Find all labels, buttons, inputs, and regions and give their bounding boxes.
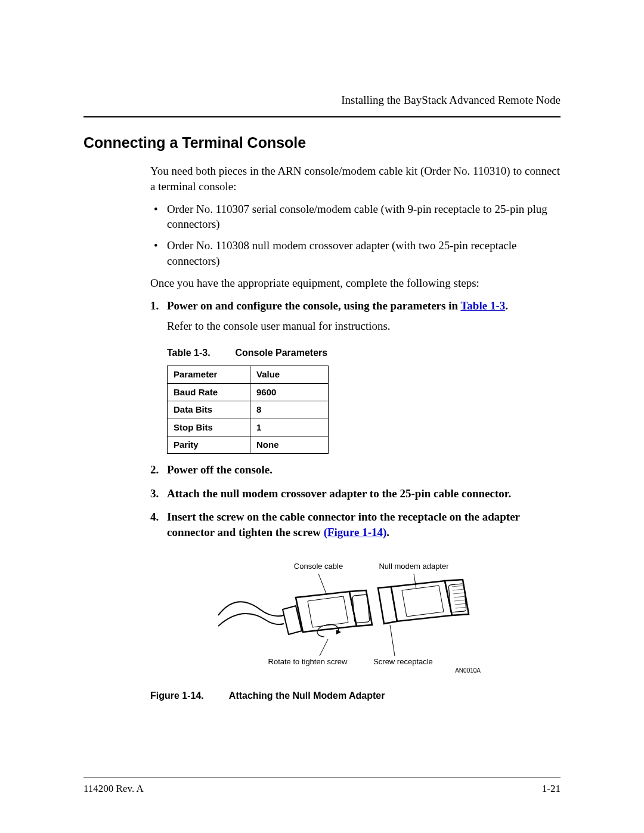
table-cell: Data Bits bbox=[168, 401, 250, 419]
label-rotate: Rotate to tighten screw bbox=[268, 657, 348, 666]
footer-docid: 114200 Rev. A bbox=[83, 782, 144, 796]
figure-number: Figure 1-14. bbox=[150, 689, 227, 702]
page-footer: 114200 Rev. A 1-21 bbox=[83, 782, 561, 796]
step-1: Power on and configure the console, usin… bbox=[150, 298, 561, 454]
intro-paragraph: You need both pieces in the ARN console/… bbox=[150, 163, 561, 194]
figure-title: Attaching the Null Modem Adapter bbox=[229, 690, 385, 701]
table-title: Console Parameters bbox=[235, 348, 327, 358]
figure-illustration: Console cable Null modem adapter Rotate … bbox=[150, 556, 561, 679]
null-modem-diagram: Console cable Null modem adapter Rotate … bbox=[218, 556, 493, 675]
table-row: Stop Bits 1 bbox=[168, 419, 329, 436]
footer-rule bbox=[83, 778, 561, 778]
table-header: Value bbox=[250, 366, 329, 383]
body-content: You need both pieces in the ARN console/… bbox=[150, 163, 561, 702]
svg-line-13 bbox=[390, 625, 395, 656]
table-xref-link[interactable]: Table 1-3 bbox=[460, 299, 505, 312]
table-row: Data Bits 8 bbox=[168, 401, 329, 419]
table-caption: Table 1-3. Console Parameters bbox=[167, 346, 561, 360]
svg-line-12 bbox=[320, 639, 328, 656]
table-cell: None bbox=[250, 436, 329, 453]
table-number: Table 1-3. bbox=[167, 346, 233, 360]
step-2: Power off the console. bbox=[150, 462, 561, 478]
footer-page-number: 1-21 bbox=[542, 782, 561, 796]
table-cell: 8 bbox=[250, 401, 329, 419]
figure-caption: Figure 1-14. Attaching the Null Modem Ad… bbox=[150, 689, 561, 702]
step-1-note: Refer to the console user manual for ins… bbox=[167, 318, 561, 334]
label-console-cable: Console cable bbox=[294, 562, 343, 571]
table-row: Baud Rate 9600 bbox=[168, 383, 329, 401]
post-list-paragraph: Once you have the appropriate equipment,… bbox=[150, 275, 561, 291]
steps-list: Power on and configure the console, usin… bbox=[150, 298, 561, 540]
figure-xref-link[interactable]: (Figure 1-14) bbox=[324, 526, 387, 538]
kit-items-list: Order No. 110307 serial console/modem ca… bbox=[150, 202, 561, 269]
label-screw-receptacle: Screw receptacle bbox=[373, 657, 433, 666]
running-header: Installing the BayStack Advanced Remote … bbox=[83, 92, 561, 108]
table-cell: Stop Bits bbox=[168, 419, 250, 436]
step-4-text-post: . bbox=[386, 526, 389, 538]
console-parameters-table: Parameter Value Baud Rate 9600 Data Bits… bbox=[167, 366, 329, 454]
table-header: Parameter bbox=[168, 366, 250, 383]
table-cell: Baud Rate bbox=[168, 383, 250, 401]
step-1-text-post: . bbox=[505, 299, 508, 312]
label-null-modem: Null modem adapter bbox=[379, 562, 449, 571]
section-heading: Connecting a Terminal Console bbox=[83, 133, 561, 153]
list-item: Order No. 110308 null modem crossover ad… bbox=[150, 238, 561, 268]
header-rule bbox=[83, 116, 561, 117]
table-cell: 9600 bbox=[250, 383, 329, 401]
page: Installing the BayStack Advanced Remote … bbox=[0, 0, 644, 833]
step-3: Attach the null modem crossover adapter … bbox=[150, 486, 561, 501]
svg-line-10 bbox=[318, 574, 327, 595]
step-4: Insert the screw on the cable connector … bbox=[150, 509, 561, 540]
list-item: Order No. 110307 serial console/modem ca… bbox=[150, 202, 561, 232]
step-1-text-pre: Power on and configure the console, usin… bbox=[167, 299, 460, 312]
figure-art-id: AN0010A bbox=[455, 667, 481, 674]
table-cell: Parity bbox=[168, 436, 250, 453]
table-cell: 1 bbox=[250, 419, 329, 436]
table-row: Parity None bbox=[168, 436, 329, 453]
